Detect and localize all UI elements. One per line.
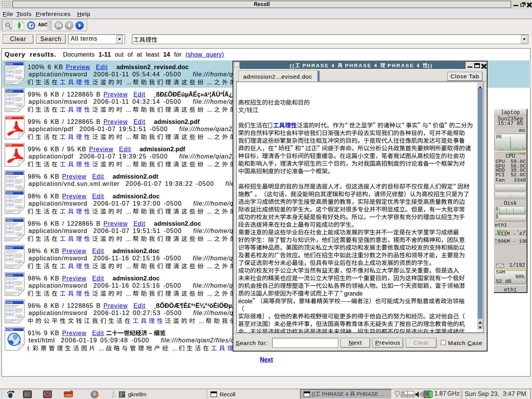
svg-text:HTML: HTML (6, 328, 14, 331)
svg-text:DOC: DOC (6, 192, 13, 195)
svg-text:école: école (238, 298, 253, 304)
svg-text:DOC: DOC (6, 219, 13, 222)
svg-text:DOC: DOC (6, 90, 13, 93)
svg-text:DOC: DOC (6, 274, 13, 277)
svg-text:DOC: DOC (6, 246, 13, 250)
svg-text:PDF: PDF (6, 144, 12, 147)
svg-text:>_: >_ (25, 393, 28, 396)
svg-text:DOC: DOC (6, 172, 13, 175)
svg-text:grande: grande (344, 290, 363, 297)
svg-text:PDF: PDF (6, 117, 12, 119)
svg-text:DOC: DOC (6, 62, 13, 66)
svg-text:DOC: DOC (6, 301, 13, 304)
